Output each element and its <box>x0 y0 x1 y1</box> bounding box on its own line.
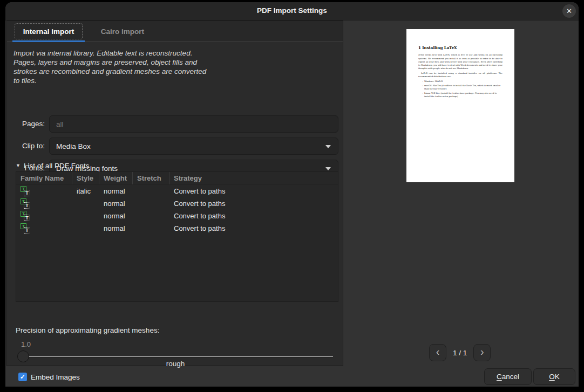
expander-arrow-icon: ▼ <box>16 163 21 168</box>
description-line: strokes are recombined and gradient mesh… <box>13 67 324 76</box>
column-header-style[interactable]: Style <box>72 172 99 184</box>
tab-bar: Internal import Cairo import <box>7 21 343 42</box>
checkmark-icon: ✓ <box>20 373 25 381</box>
weight-cell: normal <box>99 210 133 222</box>
import-description: Import via internal library. Editable te… <box>13 49 324 85</box>
pdf-preview-thumbnail: 1 Installing LaTeX Zettlr works best wit… <box>406 29 514 182</box>
close-button[interactable]: ✕ <box>562 4 576 18</box>
column-header-stretch[interactable]: Stretch <box>133 172 169 184</box>
chevron-right-icon: › <box>480 346 484 358</box>
stretch-cell <box>133 185 169 197</box>
tab-cairo-import-label: Cairo import <box>101 27 144 36</box>
description-line: Pages, layers and margins are preserved,… <box>13 58 324 67</box>
font-icon-white-t: T <box>24 190 30 196</box>
strategy-cell: Convert to paths <box>169 210 338 222</box>
clip-to-dropdown[interactable]: Media Box <box>49 137 338 155</box>
family-name-cell: T T <box>16 210 72 222</box>
stretch-cell <box>133 197 169 210</box>
pdf-fonts-expander-label: List of all PDF Fonts <box>24 162 90 170</box>
pdf-fonts-table: Family Name Style Weight Stretch Strateg… <box>16 171 338 302</box>
column-header-weight[interactable]: Weight <box>99 172 133 184</box>
embed-images-row[interactable]: ✓ Embed Images <box>18 373 80 381</box>
pdf-import-dialog: PDF Import Settings ✕ Internal import Ca… <box>5 2 579 387</box>
stretch-cell <box>133 210 169 222</box>
titlebar[interactable]: PDF Import Settings ✕ <box>5 2 579 20</box>
column-header-strategy[interactable]: Strategy <box>169 172 338 184</box>
strategy-cell: Convert to paths <box>169 185 338 197</box>
pdf-bullet-item: Windows: MikTeX <box>422 80 502 83</box>
weight-cell: normal <box>99 185 133 197</box>
pdf-paragraph: Zettlr works best with LaTeX, which is f… <box>418 53 502 70</box>
family-name-cell: T T <box>16 222 72 235</box>
family-name-cell: T T <box>16 185 72 197</box>
tab-internal-import[interactable]: Internal import <box>12 23 85 40</box>
precision-label: Precision of approximating gradient mesh… <box>16 326 159 334</box>
strategy-cell: Convert to paths <box>169 222 338 235</box>
weight-cell: normal <box>99 222 133 235</box>
description-line: Import via internal library. Editable te… <box>13 49 324 58</box>
precision-slider-track[interactable] <box>18 356 333 357</box>
table-header-row: Family Name Style Weight Stretch Strateg… <box>16 172 338 185</box>
ok-label-rest: K <box>555 373 560 381</box>
page-indicator: 1 / 1 <box>453 349 467 357</box>
dropdown-arrow-icon <box>325 167 331 170</box>
table-row[interactable]: T T normal Convert to paths <box>16 210 338 222</box>
description-line: to tiles. <box>13 76 324 85</box>
screen: PDF Import Settings ✕ Internal import Ca… <box>0 0 584 392</box>
pdf-bullet-item: Linux: TeX Live (install the texlive-bas… <box>422 92 502 99</box>
close-icon: ✕ <box>566 7 572 15</box>
column-header-family-name[interactable]: Family Name <box>16 172 72 184</box>
dropdown-arrow-icon <box>325 145 331 148</box>
style-cell <box>72 210 99 222</box>
pdf-heading: 1 Installing LaTeX <box>418 45 502 50</box>
slider-value: 1.0 <box>21 340 31 348</box>
font-icon-white-t: T <box>24 215 30 221</box>
style-cell <box>72 197 99 210</box>
cancel-label-rest: ancel <box>502 373 519 381</box>
table-row[interactable]: T T normal Convert to paths <box>16 197 338 210</box>
previous-page-button[interactable]: ‹ <box>429 344 446 361</box>
ok-button[interactable]: OK <box>533 368 575 385</box>
pages-label: Pages: <box>9 120 45 128</box>
tab-cairo-import[interactable]: Cairo import <box>88 23 157 40</box>
font-icon-white-t: T <box>24 202 30 209</box>
missing-font-icon: T T <box>21 211 30 221</box>
table-row[interactable]: T T italic normal Convert to paths <box>16 185 338 197</box>
internal-import-content: Import via internal library. Editable te… <box>7 42 343 366</box>
clip-to-value: Media Box <box>56 142 91 150</box>
cancel-button[interactable]: Cancel <box>484 368 532 385</box>
pages-input[interactable] <box>50 116 338 132</box>
ok-mnemonic: O <box>549 373 555 381</box>
table-body: T T italic normal Convert to paths <box>16 185 338 235</box>
page-navigation: ‹ 1 / 1 › <box>429 344 491 361</box>
stretch-cell <box>133 222 169 235</box>
missing-font-icon: T T <box>21 186 30 196</box>
table-row[interactable]: T T normal Convert to paths <box>16 222 338 235</box>
style-cell: italic <box>72 185 99 197</box>
tab-focus-outline <box>15 23 83 39</box>
pdf-bullet-item: macOS: MacTex (it suffices to install th… <box>422 84 502 91</box>
style-cell <box>72 222 99 235</box>
missing-font-icon: T T <box>21 198 30 208</box>
cancel-mnemonic: C <box>497 373 502 381</box>
clip-to-label: Clip to: <box>9 142 45 150</box>
pdf-fonts-expander[interactable]: ▼ List of all PDF Fonts <box>16 161 89 170</box>
strategy-cell: Convert to paths <box>169 197 338 210</box>
font-icon-white-t: T <box>24 227 30 233</box>
pdf-page-content: 1 Installing LaTeX Zettlr works best wit… <box>406 29 514 182</box>
pdf-paragraph: LaTeX can be installed using a standard … <box>418 71 502 78</box>
chevron-left-icon: ‹ <box>436 346 440 358</box>
pdf-bullet-list: Windows: MikTeX macOS: MacTex (it suffic… <box>422 80 502 98</box>
import-settings-panel: Internal import Cairo import Import via … <box>6 20 343 366</box>
pages-entry <box>49 115 338 133</box>
weight-cell: normal <box>99 197 133 210</box>
missing-font-icon: T T <box>21 223 30 233</box>
family-name-cell: T T <box>16 197 72 210</box>
embed-images-checkbox[interactable]: ✓ <box>18 373 27 381</box>
embed-images-label: Embed Images <box>31 373 80 381</box>
next-page-button[interactable]: › <box>473 344 491 361</box>
slider-quality-label: rough <box>18 360 333 368</box>
dialog-title: PDF Import Settings <box>5 6 579 15</box>
